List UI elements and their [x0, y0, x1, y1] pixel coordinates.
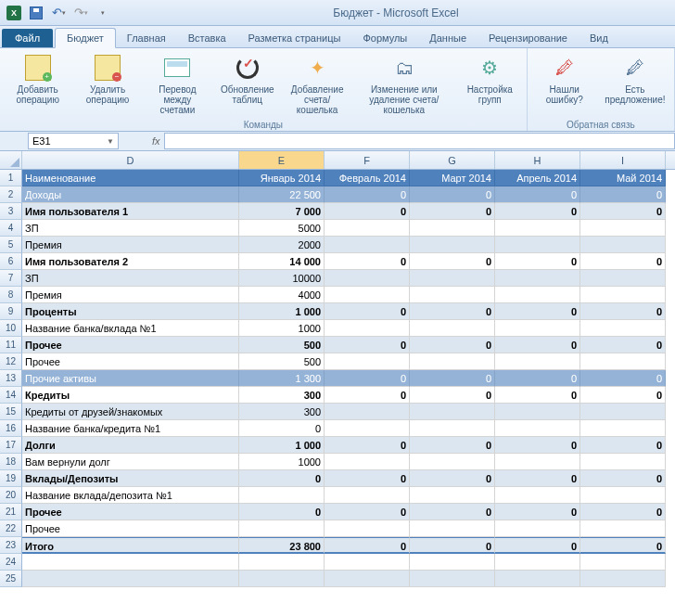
cell[interactable]: 1000 — [239, 454, 325, 470]
cell[interactable]: 0 — [580, 253, 666, 270]
tab-home[interactable]: Главная — [116, 29, 177, 47]
cell[interactable] — [495, 287, 580, 303]
cell[interactable] — [22, 554, 239, 571]
cell[interactable]: 0 — [495, 253, 580, 270]
cell[interactable] — [410, 554, 495, 571]
redo-button[interactable]: ↷▾ — [70, 3, 91, 23]
row-header[interactable]: 5 — [0, 237, 22, 253]
cell[interactable] — [495, 353, 580, 370]
cell[interactable] — [325, 420, 410, 437]
cell[interactable] — [325, 554, 410, 571]
cell[interactable]: 1 300 — [239, 370, 325, 387]
cell[interactable] — [410, 454, 495, 470]
cell[interactable]: 0 — [410, 504, 495, 520]
row-header[interactable]: 6 — [0, 253, 22, 270]
select-all-button[interactable] — [0, 151, 22, 169]
cell[interactable] — [495, 420, 580, 437]
add-operation-button[interactable]: Добавить операцию — [4, 50, 71, 108]
cell[interactable]: 0 — [580, 337, 666, 353]
cell[interactable] — [410, 487, 495, 504]
cell[interactable]: 0 — [495, 370, 580, 387]
cell[interactable]: Апрель 2014 — [495, 170, 580, 186]
cell[interactable]: 0 — [325, 203, 410, 220]
cell[interactable] — [410, 404, 495, 420]
cell[interactable]: 0 — [410, 186, 495, 203]
cell[interactable]: 0 — [410, 253, 495, 270]
cell[interactable]: Прочее — [22, 337, 239, 353]
cell[interactable]: 0 — [325, 537, 410, 554]
cell[interactable]: 0 — [325, 504, 410, 520]
tab-view[interactable]: Вид — [579, 29, 619, 47]
tab-insert[interactable]: Вставка — [177, 29, 237, 47]
cell[interactable]: 0 — [325, 186, 410, 203]
cell[interactable]: 0 — [325, 437, 410, 454]
formula-input[interactable] — [164, 133, 675, 149]
qat-customize[interactable]: ▾ — [93, 3, 113, 23]
cell[interactable]: 0 — [495, 337, 580, 353]
col-header-D[interactable]: D — [22, 151, 239, 169]
row-header[interactable]: 25 — [0, 571, 22, 587]
group-settings-button[interactable]: ⚙ Настройка групп — [457, 50, 523, 108]
cell[interactable] — [325, 454, 410, 470]
cell[interactable] — [580, 270, 666, 287]
cell[interactable]: Кредиты от друзей/знакомых — [22, 404, 239, 420]
cell[interactable] — [325, 404, 410, 420]
cell[interactable]: 0 — [325, 470, 410, 487]
cell[interactable]: 0 — [239, 470, 325, 487]
cell[interactable]: 0 — [495, 303, 580, 320]
row-header[interactable]: 12 — [0, 353, 22, 370]
cell[interactable]: Имя пользователя 1 — [22, 203, 239, 220]
delete-operation-button[interactable]: Удалить операцию — [73, 50, 141, 108]
cell[interactable] — [410, 237, 495, 253]
cell[interactable]: 0 — [410, 387, 495, 404]
cell[interactable] — [325, 220, 410, 237]
cell[interactable] — [410, 353, 495, 370]
cell[interactable] — [580, 454, 666, 470]
row-header[interactable]: 16 — [0, 420, 22, 437]
row-header[interactable]: 20 — [0, 487, 22, 504]
cell[interactable]: 4000 — [239, 287, 325, 303]
tab-formulas[interactable]: Формулы — [351, 29, 418, 47]
cell[interactable]: 22 500 — [239, 186, 325, 203]
cell[interactable] — [410, 270, 495, 287]
cell[interactable]: Название вклада/депозита №1 — [22, 487, 239, 504]
row-header[interactable]: 1 — [0, 170, 22, 186]
cell[interactable] — [239, 520, 325, 537]
cell[interactable]: 0 — [410, 370, 495, 387]
cell[interactable]: 0 — [410, 337, 495, 353]
cell[interactable] — [239, 487, 325, 504]
cell[interactable]: 500 — [239, 337, 325, 353]
cell[interactable]: 0 — [580, 437, 666, 454]
cell[interactable]: 1000 — [239, 320, 325, 337]
cell[interactable] — [495, 554, 580, 571]
cell[interactable] — [495, 454, 580, 470]
cell[interactable]: Доходы — [22, 186, 239, 203]
cell[interactable] — [22, 571, 239, 587]
spreadsheet-grid[interactable]: D E F G H I 1НаименованиеЯнварь 2014Февр… — [0, 151, 675, 587]
row-header[interactable]: 21 — [0, 504, 22, 520]
cell[interactable]: Название банка/кредита №1 — [22, 420, 239, 437]
cell[interactable] — [580, 571, 666, 587]
cell[interactable]: Прочие активы — [22, 370, 239, 387]
cell[interactable] — [580, 420, 666, 437]
cell[interactable]: 0 — [495, 504, 580, 520]
cell[interactable] — [495, 520, 580, 537]
undo-button[interactable]: ↶▾ — [48, 3, 69, 23]
cell[interactable]: 0 — [325, 303, 410, 320]
cell[interactable] — [410, 520, 495, 537]
name-box[interactable]: E31 ▼ — [28, 133, 119, 149]
cell[interactable]: Наименование — [22, 170, 239, 186]
cell[interactable] — [580, 220, 666, 237]
row-header[interactable]: 4 — [0, 220, 22, 237]
cell[interactable] — [410, 420, 495, 437]
row-header[interactable]: 11 — [0, 337, 22, 353]
cell[interactable] — [325, 353, 410, 370]
row-header[interactable]: 15 — [0, 404, 22, 420]
row-header[interactable]: 2 — [0, 186, 22, 203]
cell[interactable] — [495, 571, 580, 587]
cell[interactable]: 0 — [495, 203, 580, 220]
cell[interactable]: Январь 2014 — [239, 170, 325, 186]
row-header[interactable]: 9 — [0, 303, 22, 320]
col-header-G[interactable]: G — [410, 151, 495, 169]
cell[interactable]: 10000 — [239, 270, 325, 287]
